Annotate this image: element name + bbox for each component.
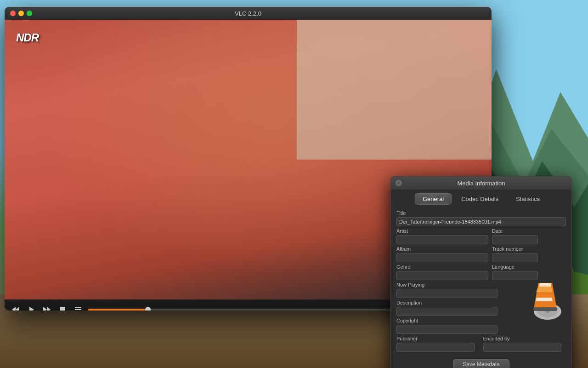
window-buttons	[10, 11, 32, 16]
genre-label: Genre	[396, 264, 488, 270]
window-maximize-button[interactable]	[27, 11, 32, 16]
dialog-body: Title Artist Date Album Track number	[391, 207, 571, 357]
dialog-tabs: General Codec Details Statistics	[391, 190, 571, 207]
svg-marker-10	[43, 307, 47, 310]
svg-marker-21	[536, 298, 553, 301]
vlc-window-title: VLC 2.2.0	[235, 10, 261, 17]
date-field-group: Date	[492, 228, 566, 244]
genre-input[interactable]	[396, 271, 488, 280]
title-input[interactable]	[396, 217, 566, 226]
playlist-button[interactable]	[73, 305, 84, 310]
track-number-input[interactable]	[492, 253, 538, 262]
save-metadata-area: Save Metadata	[391, 359, 571, 368]
window-close-button[interactable]	[10, 11, 16, 16]
album-input[interactable]	[396, 253, 488, 262]
svg-rect-14	[75, 309, 81, 310]
artist-label: Artist	[396, 228, 488, 234]
svg-rect-12	[60, 307, 65, 310]
encoded-by-input[interactable]	[483, 343, 561, 352]
album-field-group: Album	[396, 246, 488, 262]
language-label: Language	[492, 264, 566, 270]
publisher-encoded-row: Publisher Encoded by	[396, 336, 566, 352]
artist-input[interactable]	[396, 235, 488, 244]
svg-marker-7	[12, 307, 16, 310]
description-input[interactable]	[396, 307, 498, 316]
car-bg-top	[297, 20, 492, 160]
progress-knob[interactable]	[145, 307, 151, 310]
artist-date-row: Artist Date	[396, 228, 566, 244]
publisher-input[interactable]	[396, 343, 475, 352]
save-metadata-button[interactable]: Save Metadata	[453, 359, 509, 368]
svg-marker-22	[539, 283, 551, 287]
dialog-title: Media Information	[457, 180, 505, 187]
now-playing-input[interactable]	[396, 289, 498, 298]
publisher-label: Publisher	[396, 336, 480, 341]
svg-marker-9	[29, 307, 34, 310]
title-field-group: Title	[396, 210, 566, 226]
track-number-field-group: Track number	[492, 246, 566, 262]
rewind-button[interactable]	[10, 305, 21, 310]
svg-marker-11	[47, 307, 51, 310]
now-playing-field-group: Now Playing	[396, 282, 498, 298]
language-field-group: Language	[492, 264, 566, 280]
title-label: Title	[396, 210, 566, 216]
vlc-titlebar: VLC 2.2.0	[5, 7, 492, 20]
genre-language-row: Genre Language	[396, 264, 566, 280]
artist-field-group: Artist	[396, 228, 488, 244]
publisher-field-group: Publisher	[396, 336, 480, 352]
track-number-label: Track number	[492, 246, 566, 252]
svg-rect-13	[75, 307, 81, 308]
genre-field-group: Genre	[396, 264, 488, 280]
date-label: Date	[492, 228, 566, 234]
ndr-watermark: NDR	[16, 31, 39, 44]
progress-fill	[88, 309, 148, 310]
dialog-close-button[interactable]: ×	[396, 180, 402, 186]
copyright-input[interactable]	[396, 325, 498, 334]
play-button[interactable]	[26, 305, 37, 310]
window-minimize-button[interactable]	[18, 11, 24, 16]
encoded-by-field-group: Encoded by	[483, 336, 566, 352]
svg-marker-8	[16, 307, 19, 310]
encoded-by-label: Encoded by	[483, 336, 566, 341]
svg-rect-23	[533, 307, 557, 311]
now-playing-label: Now Playing	[396, 282, 498, 288]
now-playing-row: Now Playing	[396, 282, 566, 298]
dialog-titlebar: × Media Information	[391, 177, 571, 190]
date-input[interactable]	[492, 235, 538, 244]
stop-button[interactable]	[57, 305, 68, 310]
album-label: Album	[396, 246, 488, 252]
tab-statistics[interactable]: Statistics	[508, 193, 548, 205]
album-track-row: Album Track number	[396, 246, 566, 262]
fast-forward-button[interactable]	[41, 305, 52, 310]
media-info-dialog: × Media Information General Codec Detail…	[390, 176, 572, 368]
tab-general[interactable]: General	[415, 193, 452, 205]
tab-codec-details[interactable]: Codec Details	[453, 193, 506, 205]
vlc-icon	[522, 278, 566, 322]
